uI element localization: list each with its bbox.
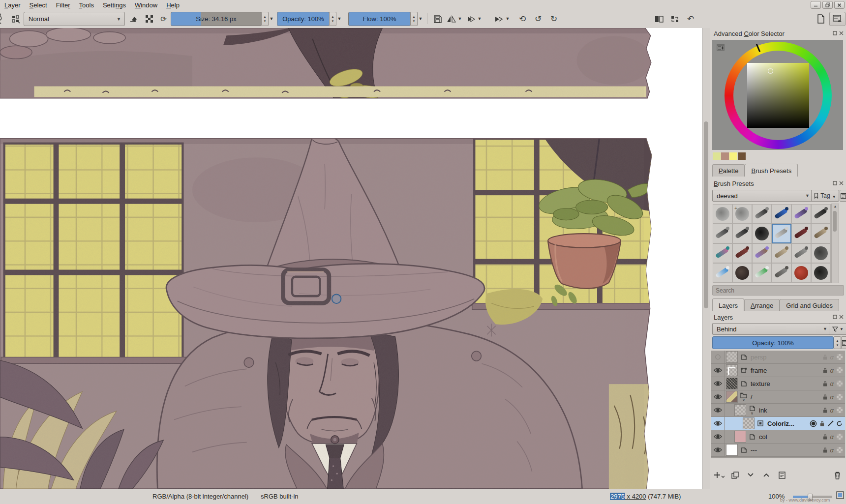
- layer-row-persp[interactable]: perspα: [711, 351, 845, 364]
- layer-lock-toggle[interactable]: [819, 420, 825, 427]
- delete-layer-button[interactable]: [830, 469, 844, 481]
- mirror-vertical-button[interactable]: [464, 12, 478, 26]
- choose-workspace-button[interactable]: [829, 12, 846, 26]
- choose-brush-preset-button[interactable]: [9, 12, 23, 26]
- swap-workspace-button[interactable]: [668, 12, 682, 26]
- rotate-right-button[interactable]: ↻: [547, 12, 561, 26]
- layer-thumbnail[interactable]: [734, 431, 746, 443]
- layer-visibility-toggle[interactable]: [711, 364, 725, 377]
- brush-preset-pencil-dark-star[interactable]: [791, 204, 811, 224]
- close-button[interactable]: [834, 1, 845, 9]
- brush-preset-splat-black[interactable]: [811, 263, 831, 283]
- colorize-update-button[interactable]: [836, 420, 843, 427]
- add-layer-button[interactable]: [712, 469, 726, 481]
- brush-preset-sketch-brush[interactable]: [772, 224, 791, 243]
- canvas-vertical-scrollbar[interactable]: [702, 28, 710, 489]
- tab-arrange[interactable]: Arrange: [744, 299, 780, 311]
- brush-preset-ink-pen[interactable]: [752, 204, 772, 224]
- layer-thumbnail[interactable]: [734, 404, 746, 416]
- menu-layer[interactable]: Layer: [0, 0, 25, 9]
- new-document-button[interactable]: [814, 12, 828, 26]
- layer-color-label-chip[interactable]: [837, 394, 843, 400]
- color-swatch-0[interactable]: [713, 152, 721, 160]
- inherit-alpha-toggle[interactable]: α: [830, 433, 834, 441]
- inherit-alpha-toggle[interactable]: α: [830, 407, 834, 414]
- flow-slider[interactable]: Flow: 100%: [348, 12, 411, 26]
- layer-thumbnail[interactable]: [726, 391, 738, 403]
- layer-color-label-chip[interactable]: [837, 434, 843, 440]
- layer-visibility-toggle[interactable]: [711, 417, 725, 430]
- menu-tools[interactable]: Tools: [75, 0, 98, 9]
- layer-visibility-toggle[interactable]: [711, 430, 725, 443]
- close-docker-icon[interactable]: [839, 315, 844, 319]
- layer-properties-button[interactable]: [775, 469, 789, 481]
- brush-tag-combo[interactable]: deevad ▼: [712, 190, 814, 202]
- brush-grid-scrollbar[interactable]: ▲: [831, 204, 839, 283]
- inherit-alpha-toggle[interactable]: α: [830, 367, 834, 374]
- flow-options-caret[interactable]: ▼: [418, 12, 423, 25]
- rotate-left-button[interactable]: ↺: [531, 12, 545, 26]
- layer-name[interactable]: ---: [751, 446, 757, 454]
- opacity-slider[interactable]: Opacity: 100%: [277, 12, 330, 26]
- save-button[interactable]: [430, 12, 445, 26]
- layer-lock-toggle[interactable]: [822, 381, 828, 387]
- tab-grid-and-guides[interactable]: Grid and Guides: [780, 299, 839, 311]
- layer-name[interactable]: Coloriz...: [767, 420, 794, 427]
- layer-lock-toggle[interactable]: [822, 434, 828, 440]
- layer-thumbnail[interactable]: [726, 364, 738, 376]
- layer-thumbnail[interactable]: [743, 417, 755, 429]
- colorize-show-output-toggle[interactable]: [810, 420, 817, 427]
- layer-visibility-toggle[interactable]: [711, 377, 725, 390]
- tag-button[interactable]: Tag ▼: [811, 190, 839, 202]
- brush-preset-paint-blob[interactable]: [752, 224, 772, 243]
- opacity-spinner[interactable]: ▲▼: [329, 12, 336, 26]
- float-docker-icon[interactable]: [833, 181, 837, 185]
- minimize-button[interactable]: [811, 1, 821, 9]
- preserve-alpha-button[interactable]: [142, 12, 157, 26]
- float-docker-icon[interactable]: [833, 315, 837, 319]
- undo-button[interactable]: ↶: [684, 12, 697, 26]
- brush-preset-flask-green[interactable]: [752, 263, 772, 283]
- layer-row-[interactable]: ∨/α: [711, 390, 845, 404]
- layer-filter-button[interactable]: ▼: [829, 323, 846, 335]
- tab-palette[interactable]: Palette: [712, 164, 745, 177]
- layer-lock-toggle[interactable]: [822, 407, 828, 414]
- brush-preset-airbrush-opacity[interactable]: +: [732, 204, 752, 224]
- layer-color-label-chip[interactable]: [837, 354, 843, 360]
- layer-name[interactable]: frame: [751, 367, 767, 374]
- layer-row-coloriz[interactable]: Coloriz...: [711, 417, 845, 430]
- layer-name[interactable]: texture: [751, 380, 770, 387]
- menu-select[interactable]: Select: [25, 0, 52, 9]
- layer-color-label-chip[interactable]: [837, 367, 843, 373]
- brush-preset-airbrush-soft[interactable]: [713, 204, 732, 224]
- canvas-only-mode-icon[interactable]: [836, 491, 844, 501]
- image-size-label[interactable]: 2975 x 4200 (747.7 MiB): [610, 493, 681, 500]
- menu-filter[interactable]: Filter: [52, 0, 75, 9]
- brush-preset-crayon-maroon[interactable]: [791, 224, 811, 243]
- tab-brush-presets[interactable]: Brush Presets: [745, 164, 798, 177]
- display-settings-button[interactable]: [840, 190, 846, 202]
- wraparound-caret[interactable]: ▼: [505, 12, 511, 25]
- menu-window[interactable]: Window: [130, 0, 162, 9]
- inherit-alpha-toggle[interactable]: α: [830, 393, 834, 401]
- brush-preset-brush-black[interactable]: [811, 204, 831, 224]
- layer-lock-toggle[interactable]: [822, 354, 828, 360]
- opacity-options-caret[interactable]: ▼: [336, 12, 342, 25]
- layer-row-frame[interactable]: frameα: [711, 364, 845, 377]
- brush-preset-blender[interactable]: [732, 263, 752, 283]
- layer-row-col[interactable]: colα: [711, 430, 845, 444]
- brush-preset-crayon-red-brown[interactable]: [732, 243, 752, 263]
- brush-preset-brush-tan[interactable]: [811, 224, 831, 243]
- layer-name[interactable]: col: [759, 433, 767, 441]
- layer-opacity-slider[interactable]: Opacity: 100%: [712, 336, 834, 349]
- layer-visibility-toggle[interactable]: [711, 404, 725, 416]
- layer-thumbnail[interactable]: [726, 444, 738, 456]
- layer-name[interactable]: persp: [751, 354, 767, 361]
- split-view-button[interactable]: [652, 12, 666, 26]
- inherit-alpha-toggle[interactable]: α: [830, 354, 834, 361]
- colorize-edit-keystrokes-toggle[interactable]: [827, 420, 834, 427]
- menu-settings[interactable]: Settings: [98, 0, 130, 9]
- mirror-vertical-caret[interactable]: ▼: [477, 12, 483, 25]
- inherit-alpha-toggle[interactable]: α: [830, 446, 834, 454]
- brush-size-slider[interactable]: Size: 34.16 px: [171, 12, 262, 26]
